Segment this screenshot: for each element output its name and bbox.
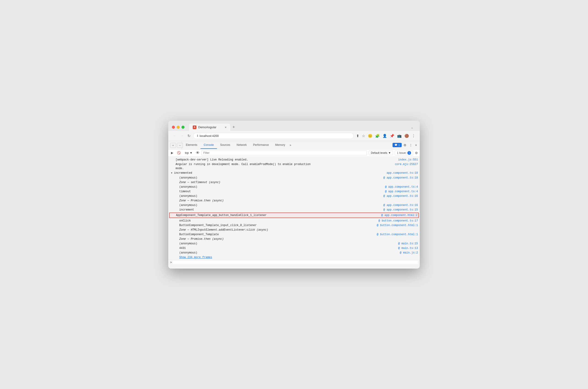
devtools-settings-button[interactable]: ⚙: [403, 142, 407, 148]
context-dropdown-icon: ▼: [190, 151, 193, 155]
console-link[interactable]: @ main.ts:15: [394, 242, 418, 246]
security-icon: ℹ: [197, 134, 198, 137]
console-line: timeout @ app.component.ts:4: [168, 189, 420, 194]
devtools-tabs: ⬚ 📱 Elements Console Sources Network Per…: [168, 141, 420, 150]
browser-tab[interactable]: A DemoAngular ×: [189, 124, 230, 131]
console-text: ButtonComponent_Template: [179, 232, 373, 237]
console-link[interactable]: @ app.component.html:2: [378, 213, 418, 217]
tab-end-arrow[interactable]: ⌄: [408, 124, 416, 131]
console-line: (anonymous) @ main.ts:15: [168, 241, 420, 246]
user-avatar[interactable]: 🟤: [404, 133, 410, 139]
console-text: AppComponent_Template_app_button_handleC…: [176, 213, 378, 217]
console-line: increment @ app.component.ts:15: [168, 208, 420, 212]
console-link[interactable]: @ app.component.ts:18: [380, 176, 418, 180]
browser-window: A DemoAngular × + ⌄ ← → ↻ ℹ localhost:42…: [168, 121, 420, 268]
tab-elements[interactable]: Elements: [183, 141, 200, 149]
console-link[interactable]: core.mjs:25627: [391, 162, 418, 166]
console-line: ▼ incremented app.component.ts:18: [168, 171, 420, 176]
console-text: Angular is running in development mode. …: [176, 162, 391, 170]
console-settings-button[interactable]: ⚙: [415, 151, 418, 155]
issues-badge[interactable]: 1 Issue: 1: [395, 150, 413, 155]
console-line: (anonymous) @ app.component.ts:18: [168, 176, 420, 180]
minimize-window-button[interactable]: [177, 126, 180, 129]
console-text: (anonymous): [179, 203, 380, 207]
console-link[interactable]: @ button.component.html:1: [373, 223, 418, 227]
console-link[interactable]: @ app.component.ts:4: [381, 190, 418, 194]
console-text: (anonymous): [179, 251, 396, 255]
tab-memory[interactable]: Memory: [272, 141, 288, 149]
devtools-more-button[interactable]: ⋮: [408, 142, 413, 148]
tab-network[interactable]: Network: [233, 141, 250, 149]
console-line: onClick @ button.component.ts:17: [168, 219, 420, 223]
console-link[interactable]: app.component.ts:18: [383, 171, 418, 175]
browser-actions: ⬆ ☆ 😐 🧩 👤 📌 📺 🟤 ⋮: [356, 133, 416, 139]
tab-console[interactable]: Console: [200, 141, 217, 149]
console-text: Zone — Promise.then (async): [179, 199, 418, 203]
extension-icon[interactable]: 🧩: [374, 133, 380, 139]
bookmark-icon[interactable]: ☆: [361, 133, 366, 139]
collapse-sidebar-button[interactable]: −: [177, 143, 183, 148]
reload-button[interactable]: ↻: [187, 133, 191, 138]
pin-icon[interactable]: 📌: [389, 133, 395, 139]
profile-icon[interactable]: 👤: [382, 133, 388, 139]
console-text: (anonymous): [179, 242, 394, 246]
console-link[interactable]: @ main.ts:13: [394, 246, 418, 250]
console-link[interactable]: @ app.component.ts:16: [380, 194, 418, 198]
default-levels-button[interactable]: Default levels ▼: [369, 151, 393, 155]
more-tabs-button[interactable]: »: [288, 142, 293, 149]
context-label: top: [185, 151, 189, 155]
tab-title: DemoAngular: [198, 126, 217, 129]
forward-button[interactable]: →: [179, 133, 185, 138]
console-link[interactable]: @ app.component.ts:4: [381, 185, 418, 189]
sidebar-toggle: + −: [170, 143, 183, 148]
expand-sidebar-button[interactable]: +: [170, 143, 176, 148]
main-area: + − ⬚ 📱 Elements Console Sources: [168, 141, 420, 268]
console-line: ButtonComponent_Template @ button.compon…: [168, 232, 420, 237]
console-link[interactable]: @ main.js:2: [396, 251, 418, 255]
url-text: localhost:4200: [199, 134, 219, 138]
console-line: 4431 @ main.ts:13: [168, 246, 420, 251]
console-prompt: >: [168, 260, 420, 265]
execute-button[interactable]: ▶: [170, 151, 174, 155]
console-output: [webpack-dev-server] Live Reloading enab…: [168, 157, 420, 268]
cast-icon[interactable]: 📺: [396, 133, 402, 139]
maximize-window-button[interactable]: [182, 126, 185, 129]
console-text: ▼ incremented: [171, 171, 383, 175]
console-link[interactable]: @ app.component.ts:16: [380, 203, 418, 207]
highlighted-console-line: AppComponent_Template_app_button_handleC…: [169, 213, 419, 218]
console-link[interactable]: @ button.component.html:1: [373, 232, 418, 237]
console-text: (anonymous): [179, 194, 380, 198]
console-line: Zone — Promise.then (async): [168, 237, 420, 241]
console-link[interactable]: @ button.component.ts:17: [375, 219, 418, 223]
tab-close-button[interactable]: ×: [225, 126, 227, 129]
show-more-frames-line: Show 234 more frames: [168, 255, 420, 260]
address-bar: ← → ↻ ℹ localhost:4200 ⬆ ☆ 😐 🧩 👤 📌 📺 🟤 ⋮: [168, 131, 420, 141]
menu-icon[interactable]: ⋮: [411, 133, 416, 139]
sidebar-area: + − ⬚ 📱 Elements Console Sources: [168, 141, 420, 268]
console-line: Zone — Promise.then (async): [168, 198, 420, 203]
tab-performance[interactable]: Performance: [250, 141, 272, 149]
console-input[interactable]: [173, 261, 418, 264]
console-text: (anonymous): [179, 176, 380, 180]
console-link[interactable]: @ app.component.ts:15: [380, 208, 418, 212]
url-bar[interactable]: ℹ localhost:4200: [193, 133, 354, 139]
notification-badge[interactable]: 💬 1: [392, 143, 402, 147]
clear-console-button[interactable]: 🚫: [176, 151, 182, 155]
console-link[interactable]: index.js:551: [394, 158, 418, 162]
console-text: timeout: [179, 190, 381, 194]
new-tab-button[interactable]: +: [230, 123, 237, 131]
console-text: Zone — setTimeout (async): [179, 180, 418, 184]
share-icon[interactable]: ⬆: [356, 133, 360, 139]
avatar-icon[interactable]: 😐: [367, 133, 373, 139]
back-button[interactable]: ←: [172, 133, 177, 138]
show-more-frames-link[interactable]: Show 234 more frames: [179, 255, 212, 259]
context-selector[interactable]: top ▼: [183, 151, 194, 155]
console-text: ButtonComponent_Template_input_click_0_l…: [179, 223, 373, 227]
eye-button[interactable]: 👁: [196, 151, 199, 155]
tab-sources[interactable]: Sources: [217, 141, 233, 149]
console-line: [webpack-dev-server] Live Reloading enab…: [168, 158, 420, 162]
prompt-arrow: >: [170, 261, 172, 264]
filter-input[interactable]: [201, 150, 367, 155]
close-window-button[interactable]: [172, 126, 175, 129]
devtools-close-button[interactable]: ×: [414, 142, 418, 148]
